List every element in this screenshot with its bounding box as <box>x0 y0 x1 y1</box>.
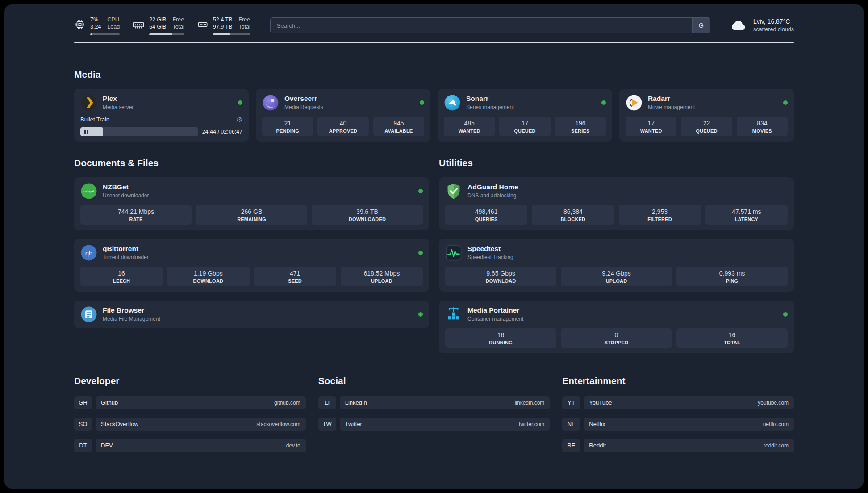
bookmark-github[interactable]: GH Github github.com <box>74 396 306 409</box>
bookmark-netflix[interactable]: NF Netflix netflix.com <box>562 418 794 431</box>
section-title-documents: Documents & Files <box>74 158 429 168</box>
card-title: Radarr <box>648 95 695 103</box>
bookmark-name: DEV <box>101 442 113 449</box>
disk-usage-bar <box>213 33 250 35</box>
card-sonarr[interactable]: Sonarr Series management 485 WANTED 17 Q… <box>438 89 612 142</box>
card-title: File Browser <box>103 306 160 314</box>
plex-now-playing: Bullet Train ⚙ 24:44 / 02:06:47 <box>80 116 242 136</box>
search-input[interactable] <box>270 17 710 33</box>
card-plex[interactable]: Plex Media server Bullet Train ⚙ 24:44 /… <box>74 89 249 142</box>
weather-condition: scattered clouds <box>753 26 794 33</box>
disk-total-value: 97.9 TB <box>213 23 233 30</box>
bookmark-link[interactable]: Netflix netflix.com <box>584 418 794 431</box>
cpu-load-label: Load <box>107 23 120 30</box>
bookmark-dev[interactable]: DT DEV dev.to <box>74 439 306 452</box>
stat-download: 9.65 Gbps DOWNLOAD <box>445 267 556 286</box>
card-subtitle: DNS and adblocking <box>467 192 518 199</box>
pause-icon[interactable] <box>84 130 88 134</box>
stat-approved: 40 APPROVED <box>317 117 368 136</box>
status-dot <box>418 251 423 255</box>
top-bar: 7% 3.24 CPU Load 22 GiB <box>74 16 794 35</box>
stat-queued: 22 QUEUED <box>681 117 732 136</box>
bookmark-abbr[interactable]: LI <box>318 396 336 409</box>
adguard-icon <box>445 183 462 200</box>
bookmark-link[interactable]: Reddit reddit.com <box>584 439 794 452</box>
media-grid: Plex Media server Bullet Train ⚙ 24:44 /… <box>74 89 794 142</box>
card-title: NZBGet <box>103 183 149 191</box>
portainer-icon <box>445 306 462 323</box>
stat-ping: 0.993 ms PING <box>676 267 788 286</box>
ram-usage-fill <box>149 33 172 35</box>
card-adguard[interactable]: AdGuard Home DNS and adblocking 498,461 … <box>439 177 794 230</box>
disk-free-value: 52.4 TB <box>213 16 233 23</box>
card-title: qBittorrent <box>103 245 149 253</box>
status-dot <box>783 100 788 105</box>
ram-free-value: 22 GiB <box>149 16 166 23</box>
cpu-usage-bar <box>90 33 120 35</box>
bookmark-link[interactable]: Github github.com <box>96 396 306 409</box>
bookmark-abbr[interactable]: RE <box>562 439 580 452</box>
stat-upload: 9.24 Gbps UPLOAD <box>561 267 672 286</box>
plex-icon <box>80 94 97 111</box>
bookmark-abbr[interactable]: YT <box>562 396 580 409</box>
bookmark-link[interactable]: StackOverflow stackoverflow.com <box>96 418 306 431</box>
sonarr-icon <box>444 94 461 111</box>
overseerr-icon <box>262 94 279 111</box>
stat-leech: 16 LEECH <box>80 267 163 286</box>
bookmark-link[interactable]: LinkedIn linkedin.com <box>340 396 550 409</box>
card-subtitle: Media Requests <box>284 104 323 110</box>
cpu-label: CPU <box>107 16 120 23</box>
card-subtitle: Container management <box>467 316 523 322</box>
card-radarr[interactable]: Radarr Movie management 17 WANTED 22 QUE… <box>619 89 794 142</box>
bookmark-group-entertainment: Entertainment YT YouTube youtube.com NF … <box>562 376 794 460</box>
bookmark-abbr[interactable]: SO <box>74 418 92 431</box>
card-qbittorrent[interactable]: qb qBittorrent Torrent downloader 16 LEE… <box>74 239 429 292</box>
bookmark-reddit[interactable]: RE Reddit reddit.com <box>562 439 794 452</box>
bookmark-name: Github <box>101 399 118 406</box>
stat-filtered: 2,953 FILTERED <box>619 205 701 225</box>
search-provider-button[interactable]: G <box>692 18 710 33</box>
bookmark-name: Reddit <box>589 442 606 449</box>
disk-total-label: Total <box>238 23 250 30</box>
bookmark-stackoverflow[interactable]: SO StackOverflow stackoverflow.com <box>74 418 306 431</box>
bookmark-url: youtube.com <box>758 400 789 406</box>
status-dot <box>783 312 788 317</box>
status-dot <box>418 189 423 193</box>
stat-stopped: 0 STOPPED <box>561 328 672 348</box>
card-title: AdGuard Home <box>467 183 518 191</box>
filebrowser-icon <box>80 306 97 323</box>
bookmark-abbr[interactable]: TW <box>318 418 336 431</box>
bookmark-linkedin[interactable]: LI LinkedIn linkedin.com <box>318 396 550 409</box>
disk-usage-fill <box>213 33 230 35</box>
bookmark-abbr[interactable]: DT <box>74 439 92 452</box>
bookmark-link[interactable]: YouTube youtube.com <box>584 396 794 409</box>
card-overseerr[interactable]: Overseerr Media Requests 21 PENDING 40 A… <box>256 89 430 142</box>
section-title-entertainment: Entertainment <box>562 376 794 386</box>
playback-progress-bar[interactable] <box>80 127 198 136</box>
cloud-icon <box>729 17 748 33</box>
bookmark-url: linkedin.com <box>515 400 545 406</box>
cpu-usage-fill <box>90 33 92 35</box>
section-title-social: Social <box>318 376 550 386</box>
bookmark-abbr[interactable]: GH <box>74 396 92 409</box>
card-filebrowser[interactable]: File Browser Media File Management <box>74 301 429 328</box>
bookmark-link[interactable]: Twitter twitter.com <box>340 418 550 431</box>
status-dot <box>420 100 424 105</box>
card-nzbget[interactable]: nzbget NZBGet Usenet downloader 744.21 M… <box>74 177 429 230</box>
bookmark-youtube[interactable]: YT YouTube youtube.com <box>562 396 794 409</box>
card-subtitle: Speedtest Tracking <box>467 254 513 260</box>
card-speedtest[interactable]: Speedtest Speedtest Tracking 9.65 Gbps D… <box>439 239 794 292</box>
gear-icon[interactable]: ⚙ <box>237 116 242 124</box>
card-portainer[interactable]: Media Portainer Container management 16 … <box>439 301 794 353</box>
stat-downloaded: 39.6 TB DOWNLOADED <box>312 205 423 225</box>
bookmark-group-social: Social LI LinkedIn linkedin.com TW Twitt… <box>318 376 550 460</box>
bookmark-twitter[interactable]: TW Twitter twitter.com <box>318 418 550 431</box>
search-box: G <box>270 17 710 33</box>
dashboard-panel: 7% 3.24 CPU Load 22 GiB <box>4 4 864 489</box>
bookmark-link[interactable]: DEV dev.to <box>96 439 306 452</box>
playback-progress-fill <box>80 127 103 136</box>
documents-column: Documents & Files nzbget NZBGet Usenet d… <box>74 142 429 353</box>
cpu-monitor: 7% 3.24 CPU Load <box>74 16 120 35</box>
stat-wanted: 485 WANTED <box>444 117 495 136</box>
bookmark-abbr[interactable]: NF <box>562 418 580 431</box>
